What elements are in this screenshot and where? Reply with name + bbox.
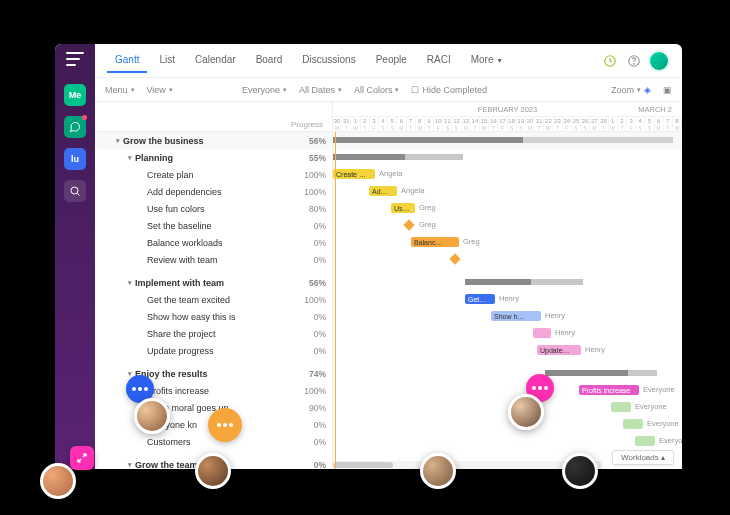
user-avatar[interactable] [648,50,670,72]
task-bar[interactable] [611,402,631,412]
task-row[interactable]: Use fun colors80% [95,200,332,217]
task-row[interactable]: Balance workloads0% [95,234,332,251]
day-column: 12S [452,117,461,131]
tab-people[interactable]: People [368,48,415,73]
day-column: 3F [627,117,636,131]
month-label: FEBRUARY 2023 [478,105,537,114]
rail-chat[interactable] [64,116,86,138]
chat-bubble-icon[interactable] [208,408,242,442]
task-row[interactable]: Get the team excited100% [95,291,332,308]
task-row[interactable]: Show how easy this is0% [95,308,332,325]
collab-avatar[interactable] [40,463,76,499]
gantt-row[interactable]: Show h…Henry [333,308,682,325]
rail-search[interactable] [64,180,86,202]
task-bar[interactable] [623,419,643,429]
gantt-row[interactable]: Greg [333,217,682,234]
svg-point-0 [71,187,78,194]
tab-calendar[interactable]: Calendar [187,48,244,73]
zoom-control[interactable]: Zoom▾ ◈ [611,85,651,95]
task-row[interactable]: Share the project0% [95,325,332,342]
day-column: 6M [397,117,406,131]
day-column: 1W [351,117,360,131]
col-progress: Progress [288,120,326,129]
gantt-row[interactable]: Get…Henry [333,291,682,308]
tab-gantt[interactable]: Gantt [107,48,147,73]
collab-avatar[interactable] [420,453,456,489]
day-column: 23T [554,117,563,131]
task-bar[interactable]: Get… [465,294,495,304]
assignee-label: Henry [499,294,519,303]
rail-workspace[interactable]: lu [64,148,86,170]
task-row[interactable]: Add dependencies100% [95,183,332,200]
task-row[interactable]: Create plan100% [95,166,332,183]
task-row[interactable]: Set the baseline0% [95,217,332,234]
summary-bar-progress [465,279,531,285]
help-icon[interactable] [624,51,644,71]
day-column: 24F [563,117,572,131]
tab-discussions[interactable]: Discussions [294,48,363,73]
day-column: 13M [462,117,471,131]
panel-toggle-icon[interactable]: ▣ [663,85,672,95]
gantt-row[interactable]: Update…Henry [333,342,682,359]
view-dropdown[interactable]: View▾ [147,85,173,95]
task-bar[interactable]: Show h… [491,311,541,321]
menu-dropdown[interactable]: Menu▾ [105,85,135,95]
gantt-row[interactable] [333,274,682,291]
gantt-row[interactable]: Everyone [333,416,682,433]
summary-bar-progress [333,154,405,160]
rail-me[interactable]: Me [64,84,86,106]
gantt-row[interactable]: Profits increaseEveryone [333,382,682,399]
assignee-label: Henry [545,311,565,320]
gantt-row[interactable] [333,149,682,166]
milestone-icon[interactable] [403,219,414,230]
collab-avatar[interactable] [195,453,231,489]
task-bar[interactable]: Update… [537,345,581,355]
assignee-label: Angela [401,186,424,195]
collab-avatar[interactable] [508,394,544,430]
day-column: 26S [581,117,590,131]
app-logo-icon[interactable] [66,52,84,66]
task-bar[interactable] [533,328,551,338]
gantt-row[interactable]: Henry [333,325,682,342]
task-row[interactable]: ▾Implement with team56% [95,274,332,291]
task-row[interactable]: ▾Planning55% [95,149,332,166]
gantt-row[interactable] [333,365,682,382]
task-bar[interactable]: Balanc… [411,237,459,247]
milestone-icon[interactable] [449,253,460,264]
task-row[interactable]: Update progress0% [95,342,332,359]
workloads-button[interactable]: Workloads ▴ [612,450,674,465]
expand-icon[interactable] [70,446,94,470]
assignee-label: Everyone [659,436,682,445]
tab-more[interactable]: More ▼ [463,48,512,73]
tab-list[interactable]: List [151,48,183,73]
gantt-row[interactable] [333,251,682,268]
svg-line-1 [77,193,79,195]
collab-avatar[interactable] [134,398,170,434]
gantt-row[interactable]: Us…Greg [333,200,682,217]
gantt-row[interactable]: Create …Angela [333,166,682,183]
tab-board[interactable]: Board [248,48,291,73]
task-row[interactable]: ▾Grow the business56% [95,132,332,149]
task-bar[interactable]: Us… [391,203,415,213]
summary-bar-progress [333,137,523,143]
day-column: 20M [526,117,535,131]
gantt-row[interactable]: Everyone [333,433,682,450]
task-bar[interactable]: Ad… [369,186,397,196]
day-column: 9T [425,117,434,131]
gantt-row[interactable]: Balanc…Greg [333,234,682,251]
history-icon[interactable] [600,51,620,71]
filter-dates[interactable]: All Dates▾ [299,85,342,95]
gantt-row[interactable] [333,132,682,149]
task-row[interactable]: Review with team0% [95,251,332,268]
filter-everyone[interactable]: Everyone▾ [242,85,287,95]
gantt-row[interactable]: Ad…Angela [333,183,682,200]
collab-avatar[interactable] [562,453,598,489]
month-label: MARCH 2 [638,105,672,114]
gantt-timeline-header: FEBRUARY 2023 MARCH 2 30M31T1W2T3F4S5S6M… [333,102,682,132]
filter-hide-completed[interactable]: ☐ Hide Completed [411,85,487,95]
tab-raci[interactable]: RACI [419,48,459,73]
task-bar[interactable]: Create … [333,169,375,179]
filter-colors[interactable]: All Colors▾ [354,85,400,95]
task-bar[interactable]: Profits increase [579,385,639,395]
task-bar[interactable] [635,436,655,446]
